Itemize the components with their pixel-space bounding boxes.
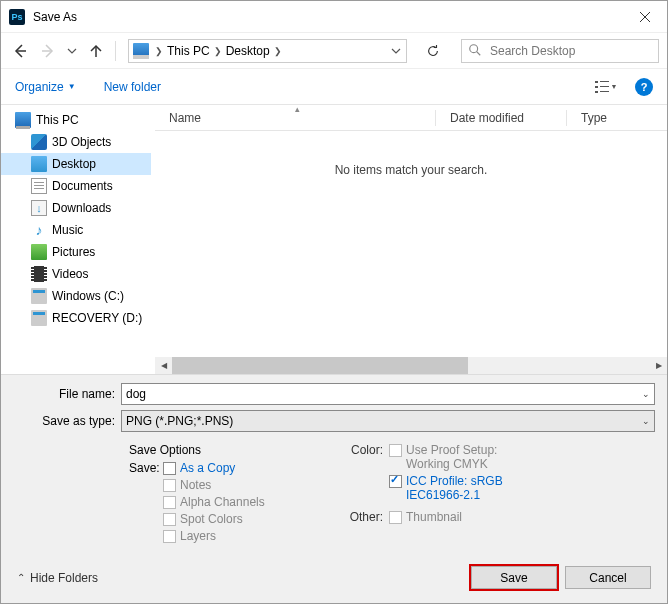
- titlebar: Ps Save As: [1, 1, 667, 32]
- main-area: This PC 3D Objects Desktop Documents Dow…: [1, 104, 667, 374]
- tree-item-3dobjects[interactable]: 3D Objects: [1, 131, 151, 153]
- chevron-down-icon[interactable]: ⌄: [642, 416, 650, 426]
- filetype-label: Save as type:: [13, 414, 121, 428]
- tree-thispc[interactable]: This PC: [1, 109, 151, 131]
- as-copy-checkbox[interactable]: [163, 462, 176, 475]
- window-title: Save As: [33, 10, 77, 24]
- column-headers: Name Date modified Type: [155, 105, 667, 131]
- svg-rect-8: [600, 81, 609, 82]
- close-icon[interactable]: [622, 2, 667, 32]
- color-label: Color:: [341, 443, 389, 471]
- layers-checkbox: [163, 530, 176, 543]
- save-label: Save:: [129, 461, 163, 475]
- chevron-right-icon[interactable]: ❯: [153, 46, 165, 56]
- videos-icon: [31, 266, 47, 282]
- thispc-icon: [133, 43, 149, 59]
- cancel-button[interactable]: Cancel: [565, 566, 651, 589]
- chevron-right-icon[interactable]: ❯: [212, 46, 224, 56]
- desktop-icon: [31, 156, 47, 172]
- tree-item-desktop[interactable]: Desktop: [1, 153, 151, 175]
- breadcrumb-location[interactable]: Desktop: [224, 44, 272, 58]
- help-button[interactable]: ?: [635, 78, 653, 96]
- new-folder-button[interactable]: New folder: [104, 80, 161, 94]
- svg-rect-10: [600, 86, 609, 87]
- empty-text: No items match your search.: [335, 163, 488, 177]
- downloads-icon: [31, 200, 47, 216]
- tree-item-documents[interactable]: Documents: [1, 175, 151, 197]
- organize-menu[interactable]: Organize▼: [15, 80, 76, 94]
- save-button[interactable]: Save: [471, 566, 557, 589]
- thispc-icon: [15, 112, 31, 128]
- breadcrumb-root[interactable]: This PC: [165, 44, 212, 58]
- scroll-left-icon[interactable]: ◀: [155, 357, 172, 374]
- toolbar: Organize▼ New folder ▼ ?: [1, 68, 667, 104]
- spot-checkbox: [163, 513, 176, 526]
- chevron-right-icon[interactable]: ❯: [272, 46, 284, 56]
- filename-input[interactable]: dog ⌄: [121, 383, 655, 405]
- recent-dropdown[interactable]: [65, 40, 79, 62]
- save-options: Save Options Save: As a Copy Notes Alpha…: [121, 443, 341, 546]
- search-placeholder: Search Desktop: [490, 44, 575, 58]
- view-options-button[interactable]: ▼: [589, 76, 623, 98]
- column-type[interactable]: Type: [567, 105, 667, 130]
- tree-item-cdrive[interactable]: Windows (C:): [1, 285, 151, 307]
- svg-rect-7: [595, 81, 598, 83]
- documents-icon: [31, 178, 47, 194]
- file-list: No items match your search.: [155, 131, 667, 357]
- pictures-icon: [31, 244, 47, 260]
- icc-checkbox[interactable]: [389, 475, 402, 488]
- search-icon: [468, 43, 484, 59]
- app-icon: Ps: [9, 9, 25, 25]
- proof-checkbox: [389, 444, 402, 457]
- other-label: Other:: [341, 510, 389, 524]
- back-button[interactable]: [9, 40, 31, 62]
- scroll-right-icon[interactable]: ▶: [650, 357, 667, 374]
- save-options-title: Save Options: [129, 443, 341, 457]
- svg-line-6: [477, 51, 481, 55]
- chevron-down-icon[interactable]: ⌄: [642, 389, 650, 399]
- search-input[interactable]: Search Desktop: [461, 39, 659, 63]
- refresh-button[interactable]: [419, 39, 447, 63]
- svg-point-5: [470, 44, 478, 52]
- column-date[interactable]: Date modified: [436, 105, 566, 130]
- tree-item-music[interactable]: ♪Music: [1, 219, 151, 241]
- nav-tree: This PC 3D Objects Desktop Documents Dow…: [1, 105, 151, 374]
- drive-icon: [31, 310, 47, 326]
- file-pane: Name Date modified Type No items match y…: [155, 105, 667, 374]
- drive-icon: [31, 288, 47, 304]
- address-bar[interactable]: ❯ This PC ❯ Desktop ❯: [128, 39, 407, 63]
- svg-rect-12: [600, 91, 609, 92]
- tree-item-downloads[interactable]: Downloads: [1, 197, 151, 219]
- filetype-select[interactable]: PNG (*.PNG;*.PNS) ⌄: [121, 410, 655, 432]
- up-button[interactable]: [85, 40, 107, 62]
- filename-label: File name:: [13, 387, 121, 401]
- svg-rect-11: [595, 91, 598, 93]
- tree-item-pictures[interactable]: Pictures: [1, 241, 151, 263]
- as-copy-label: As a Copy: [180, 461, 235, 475]
- svg-rect-9: [595, 86, 598, 88]
- alpha-checkbox: [163, 496, 176, 509]
- horizontal-scrollbar[interactable]: ◀ ▶: [155, 357, 667, 374]
- thumb-checkbox: [389, 511, 402, 524]
- tree-item-recovery[interactable]: RECOVERY (D:): [1, 307, 151, 329]
- notes-checkbox: [163, 479, 176, 492]
- forward-button: [37, 40, 59, 62]
- hide-folders-button[interactable]: ⌃ Hide Folders: [17, 571, 98, 585]
- color-options: Color: Use Proof Setup: Working CMYK ICC…: [341, 443, 655, 546]
- bottom-panel: File name: dog ⌄ Save as type: PNG (*.PN…: [1, 374, 667, 603]
- chevron-up-icon: ⌃: [17, 572, 25, 583]
- column-name[interactable]: Name: [155, 105, 435, 130]
- tree-item-videos[interactable]: Videos: [1, 263, 151, 285]
- navbar: ❯ This PC ❯ Desktop ❯ Search Desktop: [1, 32, 667, 68]
- 3d-icon: [31, 134, 47, 150]
- music-icon: ♪: [31, 222, 47, 238]
- address-dropdown[interactable]: [386, 46, 406, 56]
